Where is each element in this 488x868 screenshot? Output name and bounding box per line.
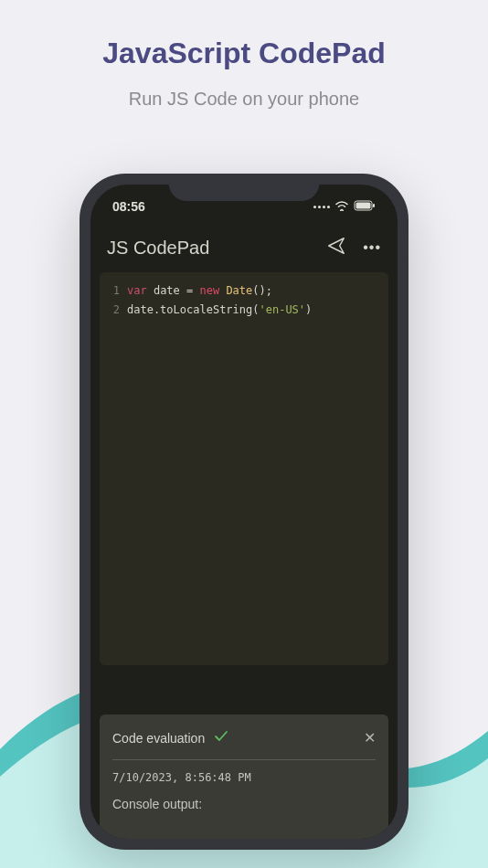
code-line: 1var date = new Date(); xyxy=(107,281,381,301)
phone-mockup: 08:56 JS CodePad xyxy=(80,174,408,850)
close-icon[interactable]: ✕ xyxy=(364,729,376,746)
phone-notch xyxy=(169,174,320,201)
battery-icon xyxy=(354,199,376,214)
status-time: 08:56 xyxy=(112,199,145,214)
svg-rect-2 xyxy=(373,204,375,207)
output-title: Code evaluation xyxy=(112,731,205,746)
page-subtitle: Run JS Code on your phone xyxy=(0,70,488,110)
svg-rect-1 xyxy=(356,203,371,209)
output-result: 7/10/2023, 8:56:48 PM xyxy=(112,771,376,784)
page-title: JavaScript CodePad xyxy=(0,0,488,70)
run-icon[interactable] xyxy=(326,236,346,259)
line-number: 2 xyxy=(107,301,120,320)
wifi-icon xyxy=(334,199,349,214)
signal-icon xyxy=(313,206,330,208)
line-content: date.toLocaleString('en-US') xyxy=(127,301,312,320)
output-divider xyxy=(112,759,376,760)
code-line: 2date.toLocaleString('en-US') xyxy=(107,301,381,320)
line-number: 1 xyxy=(107,281,120,301)
check-icon xyxy=(214,730,228,746)
code-editor[interactable]: 1var date = new Date();2date.toLocaleStr… xyxy=(100,272,388,665)
output-panel: Code evaluation ✕ 7/10/2023, 8:56:48 PM … xyxy=(100,715,388,839)
app-header: JS CodePad ••• xyxy=(90,225,398,272)
line-content: var date = new Date(); xyxy=(127,281,272,301)
more-icon[interactable]: ••• xyxy=(363,239,381,256)
app-title: JS CodePad xyxy=(107,238,209,259)
console-output-label: Console output: xyxy=(112,797,376,811)
